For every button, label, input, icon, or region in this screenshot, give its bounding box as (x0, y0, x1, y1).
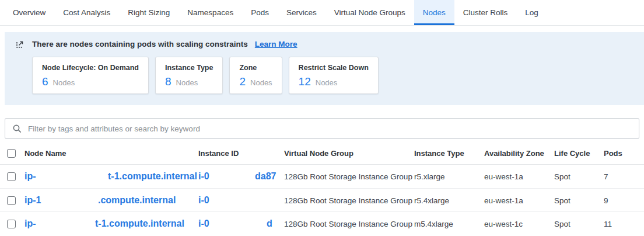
scaling-constraints-banner: There are nodes containing pods with sca… (5, 32, 644, 105)
column-header-virtual-node-group: Virtual Node Group (284, 149, 414, 158)
card-zone[interactable]: Zone 2 Nodes (229, 57, 282, 94)
node-name-link[interactable]: t-1.compute.internal (108, 165, 197, 188)
tab-bar: Overview Cost Analysis Right Sizing Name… (0, 0, 644, 26)
card-node-lifecycle[interactable]: Node Lifecycle: On Demand 6 Nodes (32, 57, 149, 94)
nodes-table: Node Name Instance ID Virtual Node Group… (0, 142, 644, 235)
availability-zone-cell: eu-west-1a (484, 196, 554, 205)
node-name-cell[interactable]: ip-1 .compute.internal (24, 189, 198, 212)
tab-cost-analysis[interactable]: Cost Analysis (54, 0, 119, 25)
pods-cell: 7 (604, 172, 644, 181)
tab-pods[interactable]: Pods (242, 0, 278, 25)
instance-type-cell: r5.xlarge (414, 172, 484, 181)
instance-id-cell: i-0 (198, 189, 284, 212)
card-title: Restrict Scale Down (299, 64, 369, 72)
pods-cell: 9 (604, 196, 644, 205)
tab-nodes[interactable]: Nodes (414, 0, 454, 25)
life-cycle-cell: Spot (554, 172, 604, 181)
table-header-row: Node Name Instance ID Virtual Node Group… (0, 142, 644, 165)
column-header-node-name: Node Name (24, 149, 198, 158)
card-unit: Nodes (176, 78, 198, 87)
availability-zone-cell: eu-west-1c (484, 220, 554, 228)
row-checkbox[interactable] (7, 196, 16, 205)
card-value: 12 (299, 75, 311, 88)
virtual-node-group-cell: 128Gb Root Storage Instance Group (284, 196, 414, 205)
instance-id: da87 (255, 165, 276, 188)
card-title: Zone (239, 64, 272, 72)
column-header-pods: Pods (604, 149, 644, 158)
availability-zone-cell: eu-west-1a (484, 172, 554, 181)
life-cycle-cell: Spot (554, 220, 604, 228)
virtual-node-group-cell: 128Gb Root Storage Instance Group (284, 172, 414, 181)
life-cycle-cell: Spot (554, 196, 604, 205)
instance-type-cell: m5.4xlarge (414, 220, 484, 228)
card-value: 2 (239, 75, 246, 88)
table-row[interactable]: ip- t-1.compute.internal i-0 da87 128Gb … (0, 165, 644, 188)
pods-cell: 11 (604, 220, 644, 228)
card-value: 6 (42, 75, 48, 88)
column-header-instance-id: Instance ID (198, 149, 284, 158)
instance-id: i-0 (198, 195, 209, 205)
table-row[interactable]: ip- t-1.compute.internal i-0 d 128Gb Roo… (0, 211, 644, 235)
card-unit: Nodes (316, 78, 338, 87)
instance-id-cell: i-0 d (198, 212, 284, 235)
instance-type-cell: r5.4xlarge (414, 196, 484, 205)
tab-right-sizing[interactable]: Right Sizing (119, 0, 178, 25)
node-name-link[interactable]: ip-1 (24, 195, 41, 205)
learn-more-link[interactable]: Learn More (255, 40, 298, 48)
card-title: Node Lifecycle: On Demand (42, 64, 139, 72)
card-value: 8 (165, 75, 172, 88)
column-header-life-cycle: Life Cycle (554, 149, 604, 158)
column-header-instance-type: Instance Type (414, 149, 484, 158)
node-name-link[interactable]: ip- (24, 218, 36, 228)
virtual-node-group-cell: 128Gb Root Storage Instance Group (284, 220, 414, 228)
row-checkbox[interactable] (7, 220, 16, 228)
banner-message: There are nodes containing pods with sca… (32, 40, 248, 48)
card-instance-type[interactable]: Instance Type 8 Nodes (155, 57, 223, 94)
scaling-constraint-icon (15, 39, 25, 49)
node-name-link[interactable]: t-1.compute.internal (95, 212, 184, 235)
select-all-checkbox[interactable] (7, 149, 16, 158)
card-restrict-scale-down[interactable]: Restrict Scale Down 12 Nodes (289, 57, 379, 94)
node-name-cell[interactable]: ip- t-1.compute.internal (24, 165, 198, 188)
search-icon (12, 124, 22, 134)
card-title: Instance Type (165, 64, 213, 72)
filter-search-bar[interactable] (5, 118, 639, 139)
instance-id: i-0 (198, 218, 209, 228)
card-unit: Nodes (250, 78, 272, 87)
tab-overview[interactable]: Overview (4, 0, 54, 25)
node-name-link[interactable]: ip- (24, 171, 36, 181)
constraint-cards: Node Lifecycle: On Demand 6 Nodes Instan… (32, 57, 644, 94)
node-name-cell[interactable]: ip- t-1.compute.internal (24, 212, 198, 235)
instance-id: d (267, 212, 272, 235)
tab-virtual-node-groups[interactable]: Virtual Node Groups (326, 0, 414, 25)
tab-services[interactable]: Services (278, 0, 326, 25)
tab-namespaces[interactable]: Namespaces (178, 0, 242, 25)
search-input[interactable] (28, 124, 632, 133)
node-name-link[interactable]: .compute.internal (98, 189, 176, 212)
instance-id: i-0 (198, 171, 209, 181)
table-row[interactable]: ip-1 .compute.internal i-0 128Gb Root St… (0, 188, 644, 211)
tab-cluster-rolls[interactable]: Cluster Rolls (454, 0, 517, 25)
row-checkbox[interactable] (7, 172, 16, 181)
column-header-availability-zone: Availability Zone (484, 149, 554, 158)
card-unit: Nodes (53, 78, 75, 87)
instance-id-cell: i-0 da87 (198, 165, 284, 188)
tab-log[interactable]: Log (516, 0, 547, 25)
